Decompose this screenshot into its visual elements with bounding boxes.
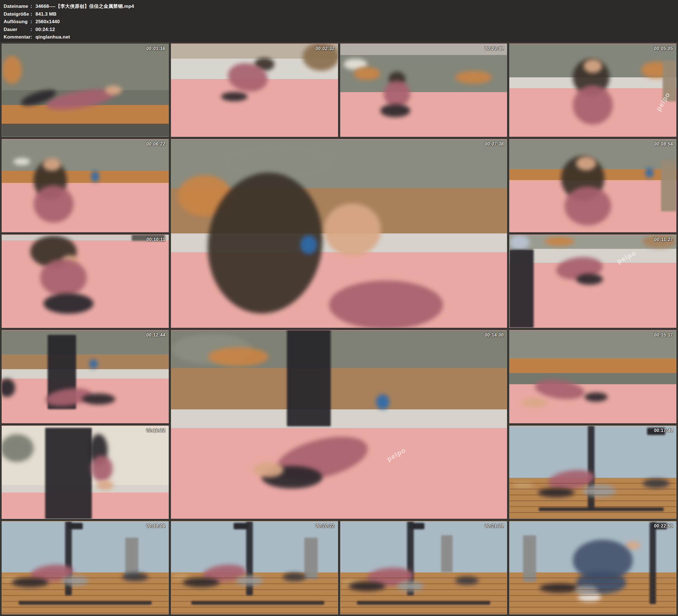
timestamp-overlay: 00:22:55 bbox=[654, 524, 673, 529]
timestamp-overlay: 00:21:39 bbox=[485, 524, 504, 529]
wood-floor-texture bbox=[341, 572, 507, 614]
metadata-separator: : bbox=[31, 18, 35, 26]
scene-shape bbox=[329, 280, 443, 328]
filesize-value: 841.3 MB bbox=[35, 10, 57, 18]
video-thumbnail[interactable]: 00:15:17 bbox=[509, 330, 676, 423]
scene-shape bbox=[585, 392, 608, 401]
metadata-row-comment: Kommentar : qinglanhua.net bbox=[4, 33, 678, 41]
video-thumbnail[interactable]: pelpo00:05:05 bbox=[509, 44, 676, 137]
scene-shape bbox=[89, 359, 98, 368]
metadata-header: Dateiname : 34668----【李大侠原创】佳佳之金属禁锢.mp4 … bbox=[0, 0, 678, 42]
video-thumbnail[interactable]: pelpo00:14:00 bbox=[171, 330, 507, 519]
scene-shape bbox=[2, 56, 22, 84]
metadata-separator: : bbox=[31, 26, 35, 34]
scene-shape bbox=[583, 59, 602, 73]
video-thumbnail[interactable]: 00:07:38 bbox=[171, 139, 507, 328]
metadata-separator: : bbox=[31, 33, 35, 41]
video-thumbnail[interactable]: 00:16:33 bbox=[2, 426, 169, 519]
scene-shape bbox=[441, 535, 453, 572]
metadata-separator: : bbox=[31, 10, 35, 18]
mat-brand-watermark: pelpo bbox=[654, 91, 672, 113]
scene-shape bbox=[300, 235, 317, 254]
video-thumbnail[interactable]: 00:03:49 bbox=[340, 44, 507, 137]
video-thumbnail[interactable]: 00:06:22 bbox=[2, 139, 169, 232]
scene-shape bbox=[43, 158, 61, 170]
scene-shape bbox=[625, 541, 640, 549]
scene-shape bbox=[34, 186, 73, 223]
video-thumbnail[interactable]: 00:02:32 bbox=[171, 44, 338, 137]
wood-floor-texture bbox=[510, 572, 676, 614]
video-thumbnail[interactable]: 00:12:44 bbox=[2, 330, 169, 423]
scene-shape bbox=[383, 81, 410, 107]
metadata-label: Dauer bbox=[4, 26, 31, 34]
video-thumbnail[interactable]: 00:17:49 bbox=[509, 426, 676, 519]
scene-shape bbox=[324, 203, 381, 256]
resolution-value: 2560x1440 bbox=[35, 18, 60, 26]
scene-shape bbox=[576, 156, 596, 170]
scene-shape bbox=[521, 398, 548, 407]
scene-shape bbox=[91, 455, 113, 482]
timestamp-overlay: 00:12:44 bbox=[146, 333, 165, 338]
wood-floor-texture bbox=[510, 478, 676, 518]
thumbnail-grid: 00:01:1600:02:3200:03:49pelpo00:05:0500:… bbox=[0, 42, 678, 616]
metadata-label: Kommentar bbox=[4, 33, 31, 41]
video-thumbnail[interactable]: 00:22:55 bbox=[509, 521, 676, 614]
scene-shape bbox=[105, 85, 122, 95]
timestamp-overlay: 00:16:33 bbox=[146, 428, 165, 433]
scene-shape bbox=[208, 347, 268, 366]
video-thumbnail[interactable]: 00:08:54 bbox=[509, 139, 676, 232]
scene-shape bbox=[14, 158, 31, 165]
scene-shape bbox=[544, 237, 574, 246]
scene-shape bbox=[40, 259, 87, 296]
timestamp-overlay: 00:20:22 bbox=[315, 524, 334, 529]
timestamp-overlay: 00:10:11 bbox=[147, 237, 165, 242]
metadata-separator: : bbox=[31, 2, 35, 10]
timestamp-overlay: 00:07:38 bbox=[485, 142, 504, 147]
scene-shape bbox=[645, 167, 654, 178]
video-thumbnail[interactable]: 00:10:11 bbox=[2, 235, 169, 328]
timestamp-overlay: 00:01:16 bbox=[146, 46, 165, 51]
scene-shape bbox=[97, 480, 114, 490]
metadata-row-filesize: Dateigröße : 841.3 MB bbox=[4, 10, 678, 18]
scene-shape bbox=[376, 394, 389, 409]
scene-shape bbox=[91, 171, 100, 182]
scene-shape bbox=[253, 462, 284, 477]
scene-shape bbox=[82, 393, 115, 405]
metadata-label: Dateiname bbox=[4, 2, 31, 10]
scene-shape bbox=[287, 330, 331, 426]
duration-value: 00:24:12 bbox=[35, 26, 55, 34]
metadata-label: Dateigröße bbox=[4, 10, 31, 18]
timestamp-overlay: 00:05:05 bbox=[654, 46, 673, 51]
timestamp-overlay: 00:11:27 bbox=[654, 237, 673, 242]
video-thumbnail[interactable]: 00:01:16 bbox=[2, 44, 169, 137]
metadata-row-resolution: Auflösung : 2560x1440 bbox=[4, 18, 678, 26]
metadata-row-duration: Dauer : 00:24:12 bbox=[4, 26, 678, 34]
scene-shape bbox=[354, 67, 380, 80]
scene-shape bbox=[380, 104, 410, 117]
scene-shape bbox=[509, 249, 534, 328]
scene-shape bbox=[221, 92, 248, 101]
scene-shape bbox=[2, 379, 15, 397]
metadata-label: Auflösung bbox=[4, 18, 31, 26]
video-thumbnail[interactable]: 00:20:22 bbox=[171, 521, 338, 614]
timestamp-overlay: 00:14:00 bbox=[485, 333, 504, 338]
timestamp-overlay: 00:08:54 bbox=[654, 142, 673, 147]
video-thumbnail[interactable]: pelpo00:11:27 bbox=[509, 235, 676, 328]
scene-shape bbox=[45, 428, 92, 519]
scene-shape bbox=[44, 293, 93, 314]
mat-brand-watermark: pelpo bbox=[615, 249, 637, 266]
filename-value: 34668----【李大侠原创】佳佳之金属禁锢.mp4 bbox=[35, 2, 134, 10]
wood-floor-texture bbox=[2, 572, 168, 614]
scene-shape bbox=[576, 274, 603, 285]
timestamp-overlay: 00:19:06 bbox=[146, 524, 165, 529]
timestamp-overlay: 00:17:49 bbox=[654, 428, 673, 433]
mat-brand-watermark: pelpo bbox=[385, 446, 407, 463]
scene-shape bbox=[455, 71, 492, 83]
scene-shape bbox=[2, 434, 34, 462]
scene-shape bbox=[510, 235, 529, 249]
scene-shape bbox=[661, 160, 676, 211]
video-thumbnail[interactable]: 00:21:39 bbox=[340, 521, 507, 614]
timestamp-overlay: 00:02:32 bbox=[315, 46, 334, 51]
scene-shape bbox=[565, 187, 611, 225]
video-thumbnail[interactable]: 00:19:06 bbox=[2, 521, 169, 614]
